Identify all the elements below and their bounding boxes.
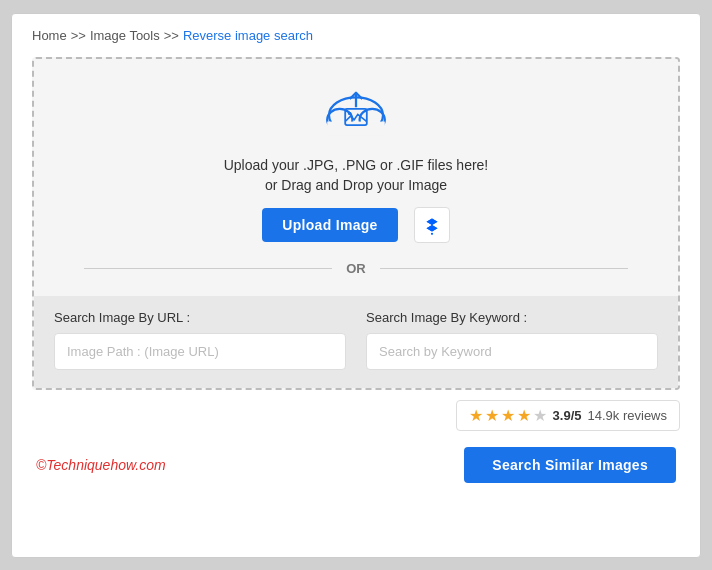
search-by-url-group: Search Image By URL : <box>54 310 346 370</box>
upload-section: Upload your .JPG, .PNG or .GIF files her… <box>34 59 678 296</box>
svg-marker-9 <box>426 225 437 232</box>
upload-actions: Upload Image <box>262 207 449 243</box>
svg-point-5 <box>348 111 352 115</box>
svg-rect-3 <box>327 121 385 135</box>
search-similar-button[interactable]: Search Similar Images <box>464 447 676 483</box>
divider-line-left <box>84 268 332 269</box>
footer-row: ©Techniquehow.com Search Similar Images <box>32 437 680 483</box>
main-box: Upload your .JPG, .PNG or .GIF files her… <box>32 57 680 390</box>
divider-line-right <box>380 268 628 269</box>
breadcrumb: Home >> Image Tools >> Reverse image sea… <box>32 28 680 43</box>
search-section: Search Image By URL : Search Image By Ke… <box>34 296 678 388</box>
svg-marker-8 <box>426 218 437 225</box>
search-url-input[interactable] <box>54 333 346 370</box>
search-keyword-input[interactable] <box>366 333 658 370</box>
dropbox-icon <box>421 214 443 236</box>
drag-text: or Drag and Drop your Image <box>265 177 447 193</box>
star-1: ★ <box>469 406 483 425</box>
breadcrumb-sep2: >> <box>164 28 179 43</box>
star-2: ★ <box>485 406 499 425</box>
rating-reviews: 14.9k reviews <box>588 408 667 423</box>
rating-row: ★ ★ ★ ★ ★ 3.9/5 14.9k reviews <box>32 390 680 437</box>
rating-score: 3.9/5 <box>553 408 582 423</box>
star-5: ★ <box>533 406 547 425</box>
breadcrumb-home[interactable]: Home <box>32 28 67 43</box>
search-url-label: Search Image By URL : <box>54 310 346 325</box>
star-3: ★ <box>501 406 515 425</box>
or-text: OR <box>346 261 366 276</box>
upload-button[interactable]: Upload Image <box>262 208 397 242</box>
search-by-keyword-group: Search Image By Keyword : <box>366 310 658 370</box>
page-container: Home >> Image Tools >> Reverse image sea… <box>11 13 701 558</box>
cloud-upload-icon <box>320 83 392 147</box>
search-keyword-label: Search Image By Keyword : <box>366 310 658 325</box>
upload-text: Upload your .JPG, .PNG or .GIF files her… <box>224 157 489 173</box>
breadcrumb-active[interactable]: Reverse image search <box>183 28 313 43</box>
breadcrumb-image-tools[interactable]: Image Tools <box>90 28 160 43</box>
breadcrumb-sep1: >> <box>71 28 86 43</box>
rating-box: ★ ★ ★ ★ ★ 3.9/5 14.9k reviews <box>456 400 680 431</box>
star-4: ★ <box>517 406 531 425</box>
or-divider: OR <box>54 261 658 276</box>
stars: ★ ★ ★ ★ ★ <box>469 406 547 425</box>
svg-point-10 <box>431 232 433 234</box>
copyright-text: ©Techniquehow.com <box>36 457 166 473</box>
dropbox-button[interactable] <box>414 207 450 243</box>
